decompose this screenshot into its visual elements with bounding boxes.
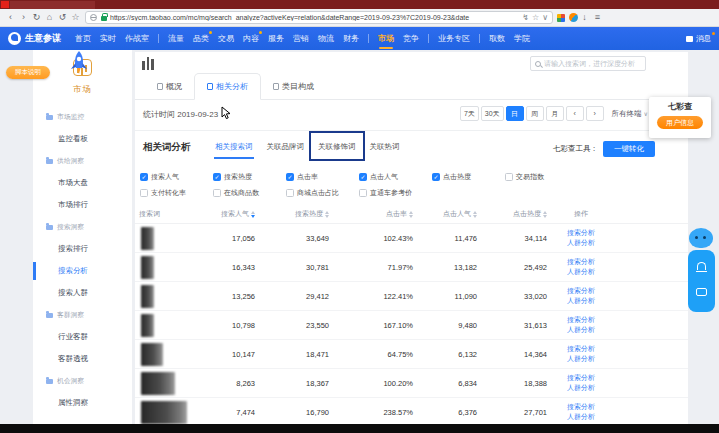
metric-搜索热度[interactable]: ✓搜索热度 xyxy=(213,172,286,182)
sidebar-item-搜索排行[interactable]: 搜索排行 xyxy=(33,238,132,260)
tab-相关分析[interactable]: 相关分析 xyxy=(194,73,261,100)
nav-item-品类[interactable]: 品类 xyxy=(193,27,209,50)
date-button-›[interactable]: › xyxy=(586,106,604,121)
sort-icon[interactable] xyxy=(543,211,547,218)
mascot-icon[interactable] xyxy=(688,226,714,250)
checkbox-点击热度[interactable]: ✓ xyxy=(432,173,440,181)
sidebar-item-搜索人群[interactable]: 搜索人群 xyxy=(33,282,132,304)
row-action-link-人群分析[interactable]: 人群分析 xyxy=(559,325,603,335)
search-input[interactable] xyxy=(544,60,641,67)
forward-button[interactable]: › xyxy=(17,13,30,22)
sort-icon[interactable] xyxy=(251,211,255,218)
checkbox-支付转化率[interactable] xyxy=(140,189,148,197)
bell-icon[interactable] xyxy=(697,262,706,270)
url-text[interactable]: https://sycm.taobao.com/mc/mq/search_ana… xyxy=(110,14,519,21)
tab-概况[interactable]: 概况 xyxy=(145,73,194,99)
date-button-日[interactable]: 日 xyxy=(506,106,524,121)
row-action-link-人群分析[interactable]: 人群分析 xyxy=(559,267,603,277)
checkbox-点击率[interactable]: ✓ xyxy=(286,173,294,181)
rocket-icon[interactable] xyxy=(66,50,92,80)
column-header-搜索人气[interactable]: 搜索人气 xyxy=(191,209,255,219)
checkbox-在线商品数[interactable] xyxy=(213,189,221,197)
sidebar-item-搜索分析[interactable]: 搜索分析 xyxy=(33,260,132,282)
back-button[interactable]: ‹ xyxy=(4,13,17,22)
sidebar-item-行业客群[interactable]: 行业客群 xyxy=(33,326,132,348)
extensions-grid-icon[interactable] xyxy=(557,14,565,22)
sidebar-group-搜索洞察[interactable]: 搜索洞察 xyxy=(33,216,132,238)
nav-item-市场[interactable]: 市场 xyxy=(378,27,394,50)
menu-icon[interactable]: ≡ xyxy=(591,13,604,22)
metric-点击人气[interactable]: ✓点击人气 xyxy=(359,172,432,182)
row-action-link-搜索分析[interactable]: 搜索分析 xyxy=(559,373,603,383)
checkbox-搜索人气[interactable]: ✓ xyxy=(140,173,148,181)
shield-icon[interactable] xyxy=(90,14,97,21)
sort-icon[interactable] xyxy=(325,211,329,218)
row-action-link-搜索分析[interactable]: 搜索分析 xyxy=(559,228,603,238)
download-icon[interactable]: ↓ xyxy=(578,13,591,22)
chat-icon[interactable] xyxy=(696,288,707,296)
nav-item-取数[interactable]: 取数 xyxy=(489,27,505,50)
nav-item-财务[interactable]: 财务 xyxy=(343,27,359,50)
row-action-link-人群分析[interactable]: 人群分析 xyxy=(559,383,603,393)
date-button-周[interactable]: 周 xyxy=(526,106,544,121)
row-action-link-搜索分析[interactable]: 搜索分析 xyxy=(559,344,603,354)
subtab-关联热词[interactable]: 关联热词 xyxy=(363,139,407,155)
nav-item-首页[interactable]: 首页 xyxy=(75,27,91,50)
nav-item-作战室[interactable]: 作战室 xyxy=(125,27,149,50)
subtab-相关搜索词[interactable]: 相关搜索词 xyxy=(208,139,260,155)
sidebar-item-市场大盘[interactable]: 市场大盘 xyxy=(33,172,132,194)
metric-点击率[interactable]: ✓点击率 xyxy=(286,172,359,182)
row-action-link-人群分析[interactable]: 人群分析 xyxy=(559,296,603,306)
nav-item-流量[interactable]: 流量 xyxy=(168,27,184,50)
history-button[interactable]: ↺ xyxy=(56,13,69,22)
metric-交易指数[interactable]: 交易指数 xyxy=(505,172,578,182)
bookmark-star-button[interactable]: ☆ xyxy=(69,13,82,22)
browser-tab[interactable] xyxy=(10,1,95,9)
checkbox-搜索热度[interactable]: ✓ xyxy=(213,173,221,181)
date-button-7天[interactable]: 7天 xyxy=(460,106,479,121)
metric-直通车参考价[interactable]: 直通车参考价 xyxy=(359,188,432,198)
nav-item-营销[interactable]: 营销 xyxy=(293,27,309,50)
sidebar-group-机会洞察[interactable]: 机会洞察 xyxy=(33,370,132,392)
message-link[interactable]: 消息 xyxy=(696,34,711,44)
terminal-dropdown[interactable]: 所有终端∨ xyxy=(612,109,648,119)
checkbox-点击人气[interactable]: ✓ xyxy=(359,173,367,181)
home-button[interactable]: ⌂ xyxy=(43,13,56,22)
sort-icon[interactable] xyxy=(473,211,477,218)
sidebar-item-属性洞察[interactable]: 属性洞察 xyxy=(33,392,132,414)
metric-点击热度[interactable]: ✓点击热度 xyxy=(432,172,505,182)
metric-在线商品数[interactable]: 在线商品数 xyxy=(213,188,286,198)
brand-title[interactable]: 生意参谋 xyxy=(25,32,61,45)
subtab-关联修饰词[interactable]: 关联修饰词 xyxy=(311,139,363,155)
nav-item-竞争[interactable]: 竞争 xyxy=(403,27,419,50)
checkbox-商城点击占比[interactable] xyxy=(286,189,294,197)
one-key-convert-button[interactable]: 一键转化 xyxy=(603,141,655,157)
nav-item-服务[interactable]: 服务 xyxy=(268,27,284,50)
column-header-点击热度[interactable]: 点击热度 xyxy=(481,209,547,219)
row-action-link-搜索分析[interactable]: 搜索分析 xyxy=(559,402,603,412)
date-button-月[interactable]: 月 xyxy=(546,106,564,121)
row-action-link-搜索分析[interactable]: 搜索分析 xyxy=(559,257,603,267)
chevron-down-icon[interactable]: ∨ xyxy=(542,13,548,22)
nav-item-业务专区[interactable]: 业务专区 xyxy=(438,27,470,50)
date-button-‹[interactable]: ‹ xyxy=(566,106,584,121)
date-button-30天[interactable]: 30天 xyxy=(481,106,504,121)
flash-icon[interactable]: ↯ xyxy=(522,13,529,22)
column-header-点击率[interactable]: 点击率 xyxy=(341,209,413,219)
sidebar-group-客群洞察[interactable]: 客群洞察 xyxy=(33,304,132,326)
subtab-关联品牌词[interactable]: 关联品牌词 xyxy=(260,139,312,155)
sidebar-item-客群透视[interactable]: 客群透视 xyxy=(33,348,132,370)
row-action-link-搜索分析[interactable]: 搜索分析 xyxy=(559,315,603,325)
tab-类目构成[interactable]: 类目构成 xyxy=(261,73,326,99)
sidebar-item-监控看板[interactable]: 监控看板 xyxy=(33,128,132,150)
refresh-button[interactable]: ↻ xyxy=(30,13,43,22)
user-info-button[interactable]: 用户信息 xyxy=(657,116,703,129)
star-icon[interactable]: ☆ xyxy=(532,13,539,22)
checkbox-交易指数[interactable] xyxy=(505,173,513,181)
nav-item-实时[interactable]: 实时 xyxy=(100,27,116,50)
row-action-link-人群分析[interactable]: 人群分析 xyxy=(559,412,603,422)
nav-item-内容[interactable]: 内容 xyxy=(243,27,259,50)
keyword-search-box[interactable] xyxy=(530,56,646,71)
sidebar-group-市场监控[interactable]: 市场监控 xyxy=(33,106,132,128)
column-header-点击人气[interactable]: 点击人气 xyxy=(411,209,477,219)
